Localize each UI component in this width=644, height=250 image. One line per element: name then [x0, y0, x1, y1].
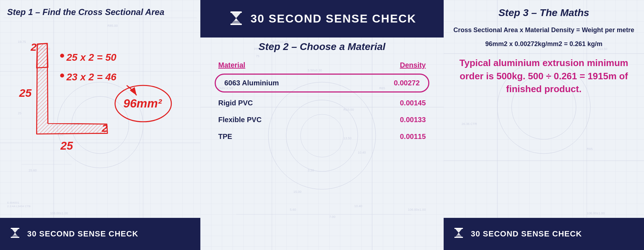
right-footer-text: 30 SECOND SENSE CHECK — [471, 229, 582, 239]
material-name-1: Rigid PVC — [218, 99, 253, 107]
svg-rect-75 — [454, 228, 463, 229]
middle-panel: 30.00±0.40 0MM X 90° 5.50±0.30 R10.00 R6… — [200, 0, 444, 250]
step2-title: Step 2 – Choose a Material — [215, 41, 429, 52]
left-panel: 30.00 ±0.40 19.75 5.50±0.30 R85.00 25 10… — [0, 0, 200, 250]
table-row-3: TPE 0.00115 — [215, 129, 429, 144]
svg-text:25 x 2 = 50: 25 x 2 = 50 — [66, 52, 117, 63]
material-density-1: 0.00145 — [400, 99, 426, 107]
left-content: Step 1 – Find the Cross Sectional Area — [7, 7, 193, 218]
svg-point-23 — [60, 54, 64, 58]
svg-rect-34 — [11, 237, 19, 238]
svg-text:25: 25 — [60, 140, 73, 152]
svg-text:2: 2 — [102, 122, 108, 134]
formula-text: Cross Sectional Area x Material Density … — [451, 26, 637, 35]
middle-content: Step 2 – Choose a Material Material Dens… — [215, 41, 429, 250]
material-name-3: TPE — [218, 132, 232, 141]
svg-rect-33 — [11, 228, 19, 229]
header-title: 30 SECOND SENSE CHECK — [250, 12, 416, 25]
svg-rect-58 — [230, 11, 242, 13]
table-row-1: Rigid PVC 0.00145 — [215, 95, 429, 111]
top-header-bar: 30 SECOND SENSE CHECK — [200, 0, 444, 38]
right-footer-bar: 30 SECOND SENSE CHECK — [444, 218, 644, 250]
table-header: Material Density — [215, 61, 429, 69]
table-row-2: Flexible PVC 0.00133 — [215, 112, 429, 128]
material-density-0: 0.00272 — [394, 79, 420, 87]
right-content: Step 3 – The Maths Cross Sectional Area … — [451, 7, 637, 218]
material-table: Material Density 6063 Aluminium 0.00272 … — [215, 61, 429, 144]
left-footer-text: 30 SECOND SENSE CHECK — [27, 229, 138, 239]
material-name-0: 6063 Aluminium — [224, 79, 279, 87]
calc-text: 96mm2 x 0.00272kg/mm2 = 0.261 kg/m — [451, 40, 637, 48]
highlight-text: Typical aluminium extrusion minimum orde… — [451, 56, 637, 95]
col-density-header: Density — [400, 61, 426, 69]
sketch-area: 2 25 x 2 = 50 23 x 2 = 46 25 2 25 96m — [7, 24, 193, 156]
svg-text:2: 2 — [30, 41, 37, 53]
main-container: 30.00 ±0.40 19.75 5.50±0.30 R85.00 25 10… — [0, 0, 644, 250]
col-material-header: Material — [218, 61, 245, 69]
header-hourglass-icon — [228, 10, 245, 28]
step1-title: Step 1 – Find the Cross Sectional Area — [7, 7, 193, 17]
svg-rect-76 — [454, 237, 463, 238]
table-row-highlighted: 6063 Aluminium 0.00272 — [215, 74, 429, 92]
svg-text:23 x 2 = 46: 23 x 2 = 46 — [66, 71, 117, 82]
left-footer-bar: 30 SECOND SENSE CHECK — [0, 218, 200, 250]
material-density-3: 0.00115 — [400, 132, 426, 141]
material-density-2: 0.00133 — [400, 116, 426, 124]
left-footer-hourglass-icon — [9, 226, 21, 242]
material-name-2: Flexible PVC — [218, 116, 262, 124]
svg-text:96mm²: 96mm² — [123, 97, 162, 110]
svg-point-25 — [60, 74, 64, 78]
svg-text:25: 25 — [19, 87, 31, 99]
svg-rect-59 — [230, 24, 242, 25]
step3-title: Step 3 – The Maths — [451, 7, 637, 19]
right-footer-hourglass-icon — [452, 226, 465, 242]
right-panel: 50.00±0.40 5.50 CTR 2.35 CTR ±13.50 ±13.… — [444, 0, 644, 250]
